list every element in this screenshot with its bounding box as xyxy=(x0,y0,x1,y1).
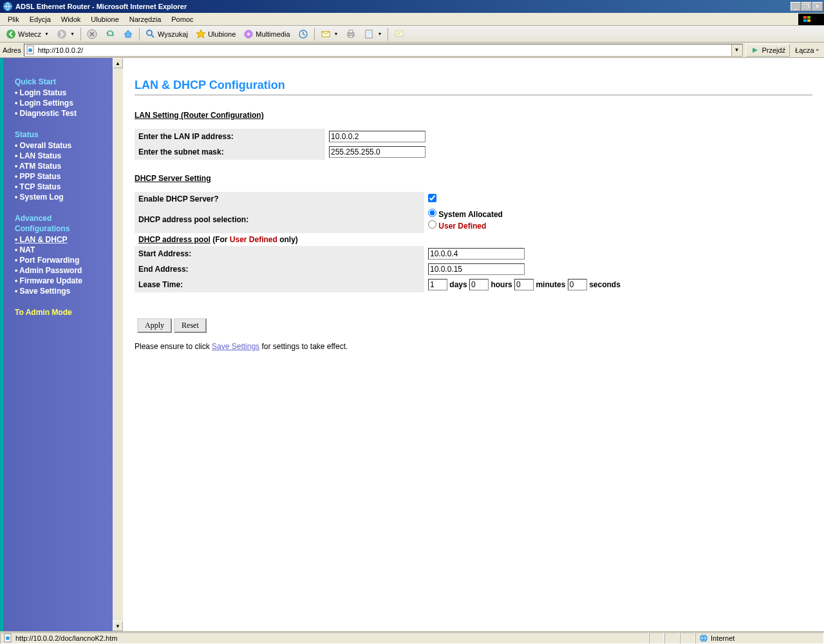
discuss-icon xyxy=(394,29,404,39)
radio-user-defined-label[interactable]: User Defined xyxy=(428,220,646,231)
note-post: for settings to take effect. xyxy=(259,342,348,351)
pool-subheading-bold: DHCP address pool xyxy=(138,235,211,244)
sidebar-item-system-log[interactable]: System Log xyxy=(15,192,113,202)
chevron-down-icon: ▼ xyxy=(334,32,339,36)
start-address-label: Start Address: xyxy=(135,246,424,261)
radio-system-allocated-label[interactable]: System Allocated xyxy=(428,208,646,220)
svg-point-10 xyxy=(247,33,250,35)
radio-system-allocated[interactable] xyxy=(428,209,436,217)
unit-seconds: seconds xyxy=(589,280,621,289)
print-button[interactable] xyxy=(342,27,359,41)
sidebar-item-diagnostic-test[interactable]: Diagnostic Test xyxy=(15,108,113,118)
sidebar-item-tcp-status[interactable]: TCP Status xyxy=(15,182,113,192)
lan-ip-input[interactable] xyxy=(329,131,426,142)
svg-point-5 xyxy=(6,30,15,39)
scroll-track[interactable] xyxy=(113,68,123,621)
enable-dhcp-checkbox[interactable] xyxy=(428,194,436,202)
pool-subheading: DHCP address pool (For User Defined only… xyxy=(135,233,650,246)
sidebar-item-overall-status[interactable]: Overall Status xyxy=(15,140,113,151)
lease-minutes-input[interactable] xyxy=(514,279,534,290)
start-address-input[interactable] xyxy=(428,248,525,260)
close-button[interactable]: ✕ xyxy=(812,2,823,11)
scroll-up-button[interactable]: ▲ xyxy=(113,58,123,68)
favorites-button[interactable]: Ulubione xyxy=(192,27,239,41)
pool-subheading-red: User Defined xyxy=(230,235,277,244)
main-content: LAN & DHCP Configuration LAN Setting (Ro… xyxy=(123,58,824,631)
end-address-input[interactable] xyxy=(428,263,525,275)
history-button[interactable] xyxy=(295,27,312,41)
go-button[interactable]: Przejdź xyxy=(745,44,791,57)
statusbar: http://10.0.0.2/doc/lancnoK2.htm Interne… xyxy=(0,631,824,644)
sidebar-item-ppp-status[interactable]: PPP Status xyxy=(15,171,113,182)
lease-seconds-input[interactable] xyxy=(568,279,587,290)
sidebar: Quick Start Login Status Login Settings … xyxy=(3,58,113,631)
mail-icon xyxy=(321,29,331,39)
mail-button[interactable]: ▼ xyxy=(317,27,342,41)
menu-widok[interactable]: Widok xyxy=(56,14,86,24)
radio-user-defined[interactable] xyxy=(428,220,436,229)
svg-rect-1 xyxy=(803,16,807,19)
discuss-button[interactable] xyxy=(391,27,407,41)
address-input[interactable] xyxy=(38,45,731,55)
sidebar-item-login-settings[interactable]: Login Settings xyxy=(15,98,113,108)
menu-ulubione[interactable]: Ulubione xyxy=(86,14,124,24)
status-text: http://10.0.0.2/doc/lancnoK2.htm xyxy=(15,634,117,642)
search-label: Wyszukaj xyxy=(158,30,188,38)
sidebar-item-atm-status[interactable]: ATM Status xyxy=(15,161,113,171)
back-icon xyxy=(6,29,16,39)
refresh-icon xyxy=(105,29,115,39)
forward-button[interactable]: ▼ xyxy=(53,27,78,41)
sidebar-item-login-status[interactable]: Login Status xyxy=(15,88,113,98)
svg-point-8 xyxy=(147,30,152,35)
svg-rect-14 xyxy=(349,30,353,33)
media-button[interactable]: Multimedia xyxy=(240,27,293,41)
window-titlebar: ADSL Ethernet Router - Microsoft Interne… xyxy=(0,0,824,13)
address-input-wrap: ▼ xyxy=(24,44,743,57)
sidebar-item-admin-password[interactable]: Admin Password xyxy=(15,265,113,276)
menu-edycja[interactable]: Edycja xyxy=(24,14,56,24)
page-icon xyxy=(3,633,14,643)
menu-plik[interactable]: Plik xyxy=(3,14,24,24)
sidebar-heading-advanced-l1: Advanced xyxy=(15,214,113,223)
media-icon xyxy=(243,29,254,39)
apply-button[interactable]: Apply xyxy=(137,318,172,333)
pool-subheading-mid: (For xyxy=(211,235,230,244)
status-zone-text: Internet xyxy=(711,634,735,642)
sidebar-item-port-forwarding[interactable]: Port Forwarding xyxy=(15,255,113,265)
note-pre: Please ensure to click xyxy=(135,342,212,351)
stop-button[interactable] xyxy=(84,27,100,41)
scroll-down-button[interactable]: ▼ xyxy=(113,621,123,631)
pool-selection-label: DHCP address pool selection: xyxy=(135,206,424,233)
refresh-button[interactable] xyxy=(102,27,118,41)
chevron-down-icon: ▼ xyxy=(377,32,382,36)
menu-narzedzia[interactable]: Narzędzia xyxy=(124,14,167,24)
sidebar-admin-mode[interactable]: To Admin Mode xyxy=(15,308,113,317)
status-main-panel: http://10.0.0.2/doc/lancnoK2.htm xyxy=(0,632,649,644)
subnet-input[interactable] xyxy=(329,146,426,158)
address-dropdown[interactable]: ▼ xyxy=(731,44,742,56)
save-settings-link[interactable]: Save Settings xyxy=(212,342,259,351)
links-bar[interactable]: Łącza» xyxy=(792,46,821,54)
reset-button[interactable]: Reset xyxy=(174,318,207,333)
minimize-button[interactable]: _ xyxy=(791,2,801,11)
sidebar-item-lan-status[interactable]: LAN Status xyxy=(15,151,113,161)
unit-hours: hours xyxy=(491,280,512,289)
ie-icon xyxy=(3,1,13,12)
menubar: Plik Edycja Widok Ulubione Narzędzia Pom… xyxy=(0,13,824,26)
sidebar-item-save-settings[interactable]: Save Settings xyxy=(15,286,113,296)
sidebar-item-nat[interactable]: NAT xyxy=(15,245,113,255)
back-button[interactable]: Wstecz ▼ xyxy=(3,27,52,41)
edit-button[interactable]: ▼ xyxy=(360,27,385,41)
menu-pomoc[interactable]: Pomoc xyxy=(166,14,198,24)
pool-subheading-end: only) xyxy=(277,235,298,244)
svg-rect-15 xyxy=(349,35,353,37)
lease-hours-input[interactable] xyxy=(469,279,489,290)
status-panel-2 xyxy=(664,632,680,644)
restore-button[interactable]: ❐ xyxy=(801,2,812,11)
lease-days-input[interactable] xyxy=(428,279,447,290)
home-button[interactable] xyxy=(120,27,136,41)
search-button[interactable]: Wyszukaj xyxy=(142,27,191,41)
sidebar-item-firmware-update[interactable]: Firmware Update xyxy=(15,276,113,286)
print-icon xyxy=(346,29,356,39)
sidebar-item-lan-dhcp[interactable]: LAN & DHCP xyxy=(15,234,113,245)
